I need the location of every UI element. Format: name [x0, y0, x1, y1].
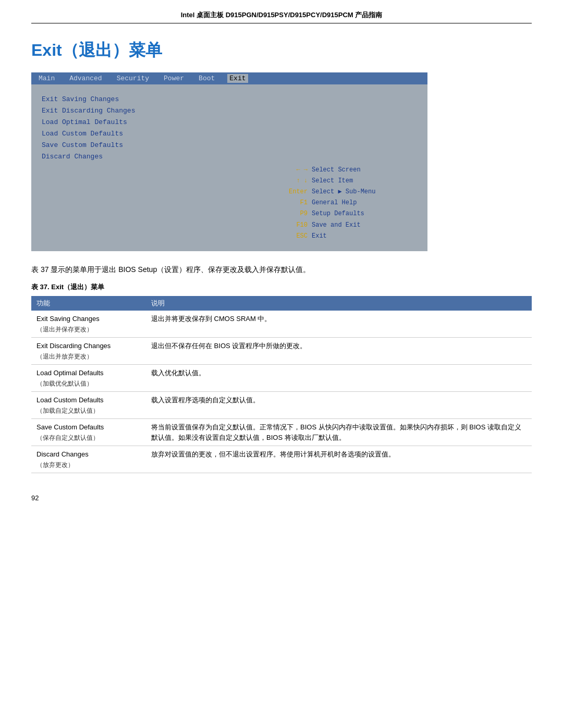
bios-help-row: P9Setup Defaults [278, 208, 377, 219]
bios-help-key: F1 [278, 198, 310, 208]
bios-help-row: EnterSelect ▶ Sub-Menu [278, 187, 377, 198]
header-title: Intel 桌面主板 D915PGN/D915PSY/D915PCY/D915P… [181, 11, 383, 19]
bios-menu-item: Exit Discarding Changes [42, 105, 271, 117]
bios-help-desc: Select Screen [310, 165, 377, 176]
bios-help-desc: Exit [310, 231, 377, 242]
bios-help-row: ESCExit [278, 231, 377, 242]
table-cell-desc: 退出并将更改保存到 CMOS SRAM 中。 [146, 311, 532, 338]
bios-body: Exit Saving ChangesExit Discarding Chang… [31, 84, 427, 251]
bios-help-key: ← → [278, 165, 310, 176]
bios-menubar: MainAdvancedSecurityPowerBootExit [31, 72, 427, 84]
table-cell-feature: Exit Discarding Changes（退出并放弃更改） [31, 338, 146, 365]
bios-help-key: Enter [278, 187, 310, 198]
bios-help-table: ← →Select Screen↑ ↓Select ItemEnterSelec… [278, 165, 377, 242]
bios-help-desc: General Help [310, 198, 377, 208]
page-title: Exit（退出）菜单 [31, 39, 532, 62]
table-cell-desc: 载入优化默认值。 [146, 365, 532, 392]
page-header: Intel 桌面主板 D915PGN/D915PSY/D915PCY/D915P… [31, 10, 532, 23]
table-cell-feature: Exit Saving Changes（退出并保存更改） [31, 311, 146, 338]
bios-menu-tab-boot: Boot [197, 74, 217, 83]
table-cell-desc: 退出但不保存任何在 BIOS 设置程序中所做的更改。 [146, 338, 532, 365]
bios-right-panel: ← →Select Screen↑ ↓Select ItemEnterSelec… [276, 90, 422, 246]
bios-help-desc: Setup Defaults [310, 208, 377, 219]
page-number: 92 [31, 494, 532, 502]
table-cell-feature: Load Optimal Defaults（加载优化默认值） [31, 365, 146, 392]
intro-text: 表 37 显示的菜单用于退出 BIOS Setup（设置）程序、保存更改及载入并… [31, 264, 532, 275]
bios-help-key: ESC [278, 231, 310, 242]
bios-help-desc: Save and Exit [310, 220, 377, 231]
table-row: Exit Discarding Changes（退出并放弃更改）退出但不保存任何… [31, 338, 532, 365]
bios-menu-tab-power: Power [162, 74, 186, 83]
bios-menu-tab-security: Security [115, 74, 151, 83]
bios-left-panel: Exit Saving ChangesExit Discarding Chang… [36, 90, 276, 246]
bios-help-row: F1General Help [278, 198, 377, 208]
bios-help-key: P9 [278, 208, 310, 219]
bios-help-row: ↑ ↓Select Item [278, 176, 377, 187]
table-cell-desc: 放弃对设置值的更改，但不退出设置程序。将使用计算机开机时各选项的设置值。 [146, 446, 532, 473]
bios-screenshot: MainAdvancedSecurityPowerBootExit Exit S… [31, 72, 427, 251]
bios-menu-item: Load Optimal Defaults [42, 117, 271, 128]
bios-menu-tab-main: Main [36, 74, 57, 83]
col-desc: 说明 [146, 296, 532, 311]
table-cell-desc: 将当前设置值保存为自定义默认值。正常情况下，BIOS 从快闪内存中读取设置值。如… [146, 419, 532, 446]
bios-help-desc: Select ▶ Sub-Menu [310, 187, 377, 198]
bios-help-key: F10 [278, 220, 310, 231]
exit-menu-table: 功能 说明 Exit Saving Changes（退出并保存更改）退出并将更改… [31, 296, 532, 473]
bios-menu-item: Exit Saving Changes [42, 94, 271, 105]
col-feature: 功能 [31, 296, 146, 311]
bios-help-desc: Select Item [310, 176, 377, 187]
table-row: Exit Saving Changes（退出并保存更改）退出并将更改保存到 CM… [31, 311, 532, 338]
bios-menu-tab-exit: Exit [227, 74, 248, 83]
table-cell-feature: Load Custom Defaults（加载自定义默认值） [31, 392, 146, 419]
table-row: Load Custom Defaults（加载自定义默认值）载入设置程序选项的自… [31, 392, 532, 419]
bios-menu-tab-advanced: Advanced [67, 74, 104, 83]
bios-help-key: ↑ ↓ [278, 176, 310, 187]
table-row: Discard Changes（放弃更改）放弃对设置值的更改，但不退出设置程序。… [31, 446, 532, 473]
table-row: Save Custom Defaults（保存自定义默认值）将当前设置值保存为自… [31, 419, 532, 446]
bios-menu-item: Discard Changes [42, 151, 271, 163]
bios-help: ← →Select Screen↑ ↓Select ItemEnterSelec… [278, 165, 420, 242]
table-cell-desc: 载入设置程序选项的自定义默认值。 [146, 392, 532, 419]
table-title: 表 37. Exit（退出）菜单 [31, 282, 532, 292]
table-cell-feature: Save Custom Defaults（保存自定义默认值） [31, 419, 146, 446]
table-row: Load Optimal Defaults（加载优化默认值）载入优化默认值。 [31, 365, 532, 392]
table-cell-feature: Discard Changes（放弃更改） [31, 446, 146, 473]
bios-help-row: F10Save and Exit [278, 220, 377, 231]
bios-menu-item: Load Custom Defaults [42, 128, 271, 140]
bios-help-row: ← →Select Screen [278, 165, 377, 176]
bios-menu-item: Save Custom Defaults [42, 140, 271, 151]
